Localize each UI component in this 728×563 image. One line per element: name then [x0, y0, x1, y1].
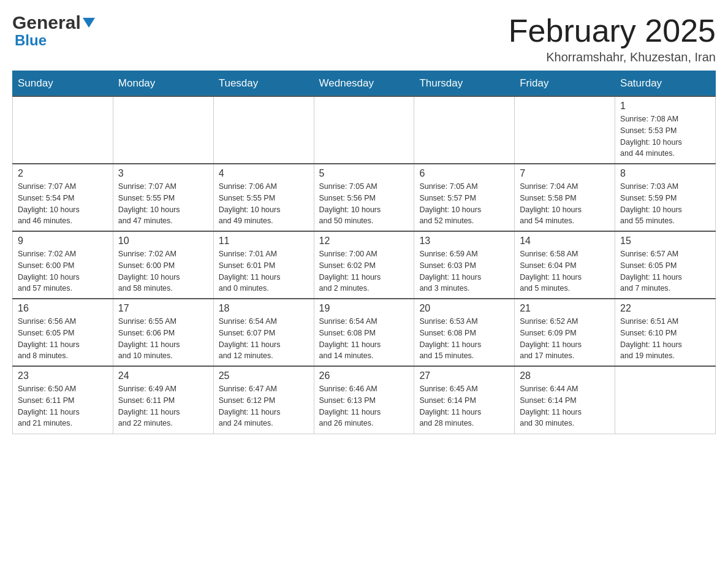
- calendar-cell: 15Sunrise: 6:57 AMSunset: 6:05 PMDayligh…: [615, 231, 716, 299]
- day-number: 21: [520, 303, 610, 314]
- calendar-cell: 21Sunrise: 6:52 AMSunset: 6:09 PMDayligh…: [515, 299, 615, 366]
- day-info: Sunrise: 6:50 AMSunset: 6:11 PMDaylight:…: [18, 383, 108, 429]
- calendar-cell: 2Sunrise: 7:07 AMSunset: 5:54 PMDaylight…: [13, 164, 113, 231]
- calendar-cell: 17Sunrise: 6:55 AMSunset: 6:06 PMDayligh…: [113, 299, 213, 366]
- calendar-cell: 18Sunrise: 6:54 AMSunset: 6:07 PMDayligh…: [213, 299, 314, 366]
- day-info: Sunrise: 6:45 AMSunset: 6:14 PMDaylight:…: [419, 383, 509, 429]
- day-number: 5: [319, 168, 409, 179]
- calendar-cell: 10Sunrise: 7:02 AMSunset: 6:00 PMDayligh…: [113, 231, 213, 299]
- day-info: Sunrise: 7:01 AMSunset: 6:01 PMDaylight:…: [219, 248, 309, 294]
- calendar-cell: 25Sunrise: 6:47 AMSunset: 6:12 PMDayligh…: [213, 366, 314, 434]
- day-number: 4: [219, 168, 309, 179]
- day-number: 11: [219, 236, 309, 247]
- day-info: Sunrise: 7:07 AMSunset: 5:54 PMDaylight:…: [18, 181, 108, 227]
- day-header-friday: Friday: [515, 71, 615, 97]
- day-header-wednesday: Wednesday: [314, 71, 414, 97]
- calendar-cell: 13Sunrise: 6:59 AMSunset: 6:03 PMDayligh…: [414, 231, 515, 299]
- location-text: Khorramshahr, Khuzestan, Iran: [509, 50, 716, 64]
- calendar-cell: 27Sunrise: 6:45 AMSunset: 6:14 PMDayligh…: [414, 366, 515, 434]
- day-info: Sunrise: 6:56 AMSunset: 6:05 PMDaylight:…: [18, 316, 108, 362]
- calendar-cell: 22Sunrise: 6:51 AMSunset: 6:10 PMDayligh…: [615, 299, 716, 366]
- day-info: Sunrise: 6:49 AMSunset: 6:11 PMDaylight:…: [118, 383, 208, 429]
- calendar-cell: [314, 96, 414, 164]
- day-number: 17: [118, 303, 208, 314]
- calendar-cell: 14Sunrise: 6:58 AMSunset: 6:04 PMDayligh…: [515, 231, 615, 299]
- day-number: 24: [118, 370, 208, 381]
- day-number: 13: [419, 236, 509, 247]
- calendar-cell: [213, 96, 314, 164]
- day-info: Sunrise: 6:58 AMSunset: 6:04 PMDaylight:…: [520, 248, 610, 294]
- day-info: Sunrise: 7:03 AMSunset: 5:59 PMDaylight:…: [620, 181, 710, 227]
- day-header-saturday: Saturday: [615, 71, 716, 97]
- day-number: 20: [419, 303, 509, 314]
- day-number: 9: [18, 236, 108, 247]
- day-header-tuesday: Tuesday: [213, 71, 314, 97]
- calendar-week-row: 23Sunrise: 6:50 AMSunset: 6:11 PMDayligh…: [13, 366, 716, 434]
- calendar-cell: [414, 96, 515, 164]
- day-number: 19: [319, 303, 409, 314]
- calendar-week-row: 1Sunrise: 7:08 AMSunset: 5:53 PMDaylight…: [13, 96, 716, 164]
- calendar-cell: [113, 96, 213, 164]
- calendar-cell: 6Sunrise: 7:05 AMSunset: 5:57 PMDaylight…: [414, 164, 515, 231]
- calendar-cell: 1Sunrise: 7:08 AMSunset: 5:53 PMDaylight…: [615, 96, 716, 164]
- day-number: 1: [620, 101, 710, 112]
- day-info: Sunrise: 6:54 AMSunset: 6:08 PMDaylight:…: [319, 316, 409, 362]
- calendar-cell: 20Sunrise: 6:53 AMSunset: 6:08 PMDayligh…: [414, 299, 515, 366]
- logo-blue-text: Blue: [15, 32, 47, 48]
- calendar-table: SundayMondayTuesdayWednesdayThursdayFrid…: [12, 71, 716, 434]
- day-info: Sunrise: 6:57 AMSunset: 6:05 PMDaylight:…: [620, 248, 710, 294]
- calendar-cell: 7Sunrise: 7:04 AMSunset: 5:58 PMDaylight…: [515, 164, 615, 231]
- day-info: Sunrise: 6:59 AMSunset: 6:03 PMDaylight:…: [419, 248, 509, 294]
- calendar-cell: 8Sunrise: 7:03 AMSunset: 5:59 PMDaylight…: [615, 164, 716, 231]
- day-info: Sunrise: 7:08 AMSunset: 5:53 PMDaylight:…: [620, 113, 710, 159]
- day-info: Sunrise: 6:54 AMSunset: 6:07 PMDaylight:…: [219, 316, 309, 362]
- day-number: 6: [419, 168, 509, 179]
- day-header-monday: Monday: [113, 71, 213, 97]
- day-number: 18: [219, 303, 309, 314]
- day-info: Sunrise: 6:46 AMSunset: 6:13 PMDaylight:…: [319, 383, 409, 429]
- calendar-cell: 28Sunrise: 6:44 AMSunset: 6:14 PMDayligh…: [515, 366, 615, 434]
- day-header-thursday: Thursday: [414, 71, 515, 97]
- day-number: 10: [118, 236, 208, 247]
- day-info: Sunrise: 6:51 AMSunset: 6:10 PMDaylight:…: [620, 316, 710, 362]
- day-info: Sunrise: 6:52 AMSunset: 6:09 PMDaylight:…: [520, 316, 610, 362]
- calendar-cell: 26Sunrise: 6:46 AMSunset: 6:13 PMDayligh…: [314, 366, 414, 434]
- title-block: February 2025 Khorramshahr, Khuzestan, I…: [509, 12, 716, 64]
- calendar-cell: 24Sunrise: 6:49 AMSunset: 6:11 PMDayligh…: [113, 366, 213, 434]
- calendar-cell: 19Sunrise: 6:54 AMSunset: 6:08 PMDayligh…: [314, 299, 414, 366]
- calendar-cell: 11Sunrise: 7:01 AMSunset: 6:01 PMDayligh…: [213, 231, 314, 299]
- calendar-cell: 16Sunrise: 6:56 AMSunset: 6:05 PMDayligh…: [13, 299, 113, 366]
- day-number: 23: [18, 370, 108, 381]
- calendar-cell: 4Sunrise: 7:06 AMSunset: 5:55 PMDaylight…: [213, 164, 314, 231]
- logo-triangle-icon: [83, 18, 95, 30]
- day-info: Sunrise: 7:05 AMSunset: 5:56 PMDaylight:…: [319, 181, 409, 227]
- day-info: Sunrise: 6:55 AMSunset: 6:06 PMDaylight:…: [118, 316, 208, 362]
- page-header: General Blue February 2025 Khorramshahr,…: [12, 12, 716, 64]
- calendar-week-row: 16Sunrise: 6:56 AMSunset: 6:05 PMDayligh…: [13, 299, 716, 366]
- day-info: Sunrise: 7:06 AMSunset: 5:55 PMDaylight:…: [219, 181, 309, 227]
- calendar-cell: 12Sunrise: 7:00 AMSunset: 6:02 PMDayligh…: [314, 231, 414, 299]
- day-header-sunday: Sunday: [13, 71, 113, 97]
- day-info: Sunrise: 6:47 AMSunset: 6:12 PMDaylight:…: [219, 383, 309, 429]
- day-info: Sunrise: 7:02 AMSunset: 6:00 PMDaylight:…: [18, 248, 108, 294]
- calendar-cell: 23Sunrise: 6:50 AMSunset: 6:11 PMDayligh…: [13, 366, 113, 434]
- calendar-cell: 3Sunrise: 7:07 AMSunset: 5:55 PMDaylight…: [113, 164, 213, 231]
- calendar-cell: 5Sunrise: 7:05 AMSunset: 5:56 PMDaylight…: [314, 164, 414, 231]
- day-number: 2: [18, 168, 108, 179]
- day-number: 26: [319, 370, 409, 381]
- calendar-week-row: 9Sunrise: 7:02 AMSunset: 6:00 PMDaylight…: [13, 231, 716, 299]
- calendar-cell: 9Sunrise: 7:02 AMSunset: 6:00 PMDaylight…: [13, 231, 113, 299]
- day-info: Sunrise: 7:00 AMSunset: 6:02 PMDaylight:…: [319, 248, 409, 294]
- day-number: 14: [520, 236, 610, 247]
- day-info: Sunrise: 7:04 AMSunset: 5:58 PMDaylight:…: [520, 181, 610, 227]
- day-number: 25: [219, 370, 309, 381]
- day-number: 22: [620, 303, 710, 314]
- day-number: 8: [620, 168, 710, 179]
- calendar-cell: [13, 96, 113, 164]
- month-title: February 2025: [509, 12, 716, 49]
- svg-marker-0: [83, 18, 95, 28]
- day-number: 3: [118, 168, 208, 179]
- day-info: Sunrise: 7:02 AMSunset: 6:00 PMDaylight:…: [118, 248, 208, 294]
- logo: General Blue: [12, 12, 95, 49]
- day-number: 16: [18, 303, 108, 314]
